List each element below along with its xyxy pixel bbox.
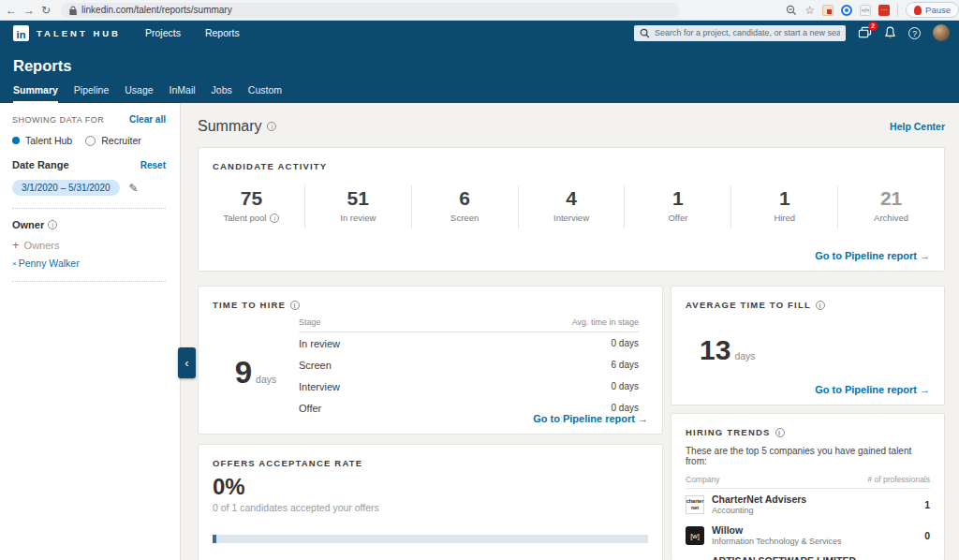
browser-toolbar: ← → ↻ linkedin.com/talent/reports/summar… <box>0 0 959 21</box>
reset-link[interactable]: Reset <box>140 160 166 170</box>
candidate-activity-title: CANDIDATE ACTIVITY <box>199 148 944 171</box>
chevron-left-icon: ‹ <box>184 356 188 370</box>
time-to-hire-value: 9 days <box>213 355 299 419</box>
bookmark-star-icon[interactable]: ☆ <box>804 5 815 16</box>
recorder-icon <box>914 6 922 15</box>
toolbar-divider <box>897 4 898 17</box>
candidate-activity-card: CANDIDATE ACTIVITY 75 Talent pooli 51 In… <box>198 147 945 272</box>
talent-pool-info-icon[interactable]: i <box>270 214 279 223</box>
talent-hub-radio-label: Talent Hub <box>25 135 72 146</box>
remove-owner-icon[interactable]: × <box>12 259 17 268</box>
tab-pipeline[interactable]: Pipeline <box>74 84 109 103</box>
browser-forward-icon[interactable]: → <box>23 5 35 16</box>
search-input[interactable] <box>655 28 840 37</box>
owner-name: Penny Walker <box>19 258 80 269</box>
extension-icon-4[interactable]: ⋯ <box>878 5 890 16</box>
summary-report-main: Summary i Help Center CANDIDATE ACTIVITY… <box>181 103 959 560</box>
recorder-pause-button[interactable]: Pause <box>906 2 959 18</box>
page-title: Summary <box>198 118 261 135</box>
url-text: linkedin.com/talent/reports/summary <box>81 5 232 15</box>
stat-offer: 1 Offer <box>625 185 731 228</box>
stat-talent-pool: 75 Talent pooli <box>199 185 305 228</box>
time-to-hire-card: TIME TO HIRE i 9 days Stage Avg. time in… <box>198 286 663 435</box>
tab-usage[interactable]: Usage <box>125 84 153 103</box>
avg-time-column-header: Avg. time in stage <box>572 317 639 327</box>
tab-custom[interactable]: Custom <box>248 84 282 103</box>
date-range-label: Date Range <box>12 159 69 170</box>
nav-item-projects[interactable]: Projects <box>145 27 181 38</box>
professionals-column-header: # of professionals <box>867 475 930 484</box>
offers-progress-fill <box>213 535 216 543</box>
app-navbar: in TALENT HUB Projects Reports 2 ? <box>0 21 959 45</box>
extension-icon-3[interactable]: </> <box>860 5 871 16</box>
messages-icon[interactable]: 2 <box>858 26 872 39</box>
stage-column-header: Stage <box>299 317 321 327</box>
clear-all-link[interactable]: Clear all <box>129 114 166 125</box>
extension-icon-2[interactable] <box>841 5 852 16</box>
help-icon[interactable]: ? <box>908 27 921 39</box>
tab-jobs[interactable]: Jobs <box>212 84 232 103</box>
add-owners-button[interactable]: + Owners <box>12 238 166 252</box>
table-row: Screen 6 days <box>299 354 639 376</box>
help-center-link[interactable]: Help Center <box>890 121 945 132</box>
zoom-out-icon[interactable] <box>786 5 797 16</box>
global-search[interactable] <box>634 25 846 41</box>
linkedin-logo[interactable]: in <box>13 25 29 41</box>
table-row: Interview 0 days <box>299 376 639 397</box>
hiring-trends-caption: These are the top 5 companies you have g… <box>671 437 944 466</box>
navbar-icons: 2 ? <box>858 24 950 41</box>
list-item: ARTISAN SOFTWARE LIMITED Information Tec… <box>671 552 944 560</box>
pipeline-report-link-3[interactable]: Go to Pipeline report → <box>815 384 930 395</box>
brand-name: TALENT HUB <box>37 28 121 38</box>
lock-icon <box>69 6 77 15</box>
sidebar-divider-2 <box>12 281 166 282</box>
browser-refresh-icon[interactable]: ↻ <box>41 5 51 16</box>
edit-date-icon[interactable]: ✎ <box>129 182 139 195</box>
browser-actions: ☆ </> ⋯ Pause <box>786 2 953 18</box>
time-to-hire-title: TIME TO HIRE <box>213 300 286 310</box>
owner-filter-penny-walker[interactable]: × Penny Walker <box>12 258 166 269</box>
notifications-bell-icon[interactable] <box>884 26 896 39</box>
pause-label: Pause <box>925 5 951 15</box>
reports-title: Reports <box>13 45 959 75</box>
search-icon <box>640 28 650 38</box>
owner-label: Owner <box>12 219 44 230</box>
offers-acceptance-card: OFFERS ACCEPTANCE RATE 0% 0 of 1 candida… <box>198 444 663 560</box>
pipeline-report-link-1[interactable]: Go to Pipeline report → <box>815 250 930 261</box>
owner-info-icon[interactable]: i <box>48 220 57 229</box>
hiring-trends-title: HIRING TRENDS <box>686 427 771 437</box>
hiring-trends-info-icon[interactable]: i <box>775 428 785 437</box>
offers-acceptance-value: 0% <box>199 468 662 500</box>
avg-time-to-fill-card: AVERAGE TIME TO FILL i 13 days Go to Pip… <box>671 286 945 405</box>
sidebar-collapse-button[interactable]: ‹ <box>178 347 196 378</box>
table-row: In review 0 days <box>299 332 639 354</box>
date-range-chip[interactable]: 3/1/2020 – 5/31/2020 <box>12 180 120 196</box>
extension-icon-1[interactable] <box>822 5 834 16</box>
sidebar-divider <box>12 208 166 209</box>
summary-info-icon[interactable]: i <box>267 122 276 131</box>
messages-badge: 2 <box>868 22 878 31</box>
pipeline-report-link-2[interactable]: Go to Pipeline report → <box>533 413 648 424</box>
browser-back-icon[interactable]: ← <box>6 5 17 16</box>
recruiter-radio[interactable] <box>85 136 96 146</box>
address-bar[interactable]: linkedin.com/talent/reports/summary <box>61 3 679 18</box>
stat-screen: 6 Screen <box>412 185 519 228</box>
nav-item-reports[interactable]: Reports <box>205 27 240 38</box>
talent-hub-radio[interactable] <box>12 137 20 144</box>
list-item: charter net CharterNet Advisers Accounti… <box>671 489 944 520</box>
reports-header: Reports Summary Pipeline Usage InMail Jo… <box>0 45 959 103</box>
charternet-logo: charter net <box>686 495 704 514</box>
user-avatar[interactable] <box>933 24 950 41</box>
stat-interview: 4 Interview <box>519 185 626 228</box>
time-to-hire-info-icon[interactable]: i <box>290 301 300 310</box>
stage-table: Stage Avg. time in stage In review 0 day… <box>299 314 639 419</box>
hiring-trends-card: HIRING TRENDS i These are the top 5 comp… <box>671 413 945 560</box>
stat-in-review: 51 In review <box>305 185 412 228</box>
tab-inmail[interactable]: InMail <box>170 84 196 103</box>
willow-logo: [w] <box>686 526 704 545</box>
plus-icon: + <box>12 238 20 252</box>
avg-time-to-fill-title: AVERAGE TIME TO FILL <box>686 300 811 310</box>
avg-time-to-fill-info-icon[interactable]: i <box>816 301 825 310</box>
tab-summary[interactable]: Summary <box>13 84 58 103</box>
showing-data-for-label: SHOWING DATA FOR <box>12 115 104 125</box>
